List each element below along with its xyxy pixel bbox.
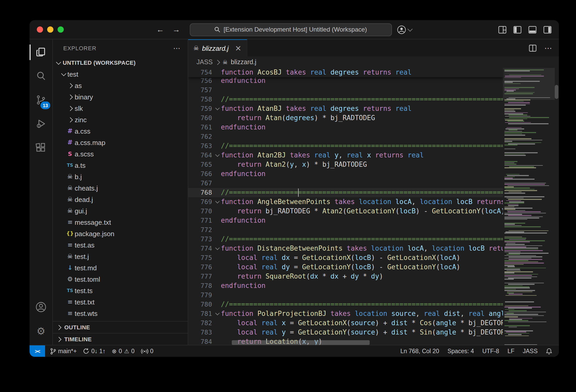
breadcrumb-folder[interactable]: JASS <box>196 59 213 66</box>
tree-item-a.ts[interactable]: TSa.ts <box>53 159 188 171</box>
tree-item-test.wts[interactable]: ≡test.wts <box>53 308 188 319</box>
code-line-781[interactable]: 781function PolarProjectionBJ takes loca… <box>188 309 503 318</box>
code-line-773[interactable]: 773//===================================… <box>188 235 503 244</box>
code-line-758[interactable]: 758//===================================… <box>188 95 503 104</box>
code-line-760[interactable]: 760 return Atan(degrees) * bj_RADTODEG <box>188 113 503 123</box>
remote-indicator[interactable]: >< <box>30 345 45 357</box>
timeline-section-header[interactable]: TIMELINE <box>53 333 188 345</box>
source-control-activity-button[interactable]: 13 <box>30 88 52 112</box>
tree-item-a.css[interactable]: #a.css <box>53 125 188 137</box>
workspace-section-header[interactable]: UNTITLED (WORKSPACE) <box>53 57 188 68</box>
sync-status[interactable]: 0↓ 1↑ <box>80 348 108 354</box>
eol-sequence[interactable]: LF <box>505 348 517 354</box>
minimap-slider[interactable] <box>503 68 555 100</box>
tree-item-binary[interactable]: binary <box>53 91 188 103</box>
tree-item-b.j[interactable]: ☠b.j <box>53 171 188 182</box>
explorer-activity-button[interactable] <box>30 40 52 64</box>
tree-item-test.txt[interactable]: ≡test.txt <box>53 296 188 308</box>
code-line-775[interactable]: 775 local real dx = GetLocationX(locB) -… <box>188 253 503 263</box>
tree-item-test.j[interactable]: ☠test.j <box>53 251 188 262</box>
code-line-779[interactable]: 779 <box>188 291 503 300</box>
code-line-767[interactable]: 767 <box>188 179 503 188</box>
code-line-761[interactable]: 761endfunction <box>188 123 503 132</box>
command-center[interactable]: [Extension Development Host] Untitled (W… <box>189 23 392 36</box>
run-debug-activity-button[interactable] <box>30 112 52 136</box>
code-line-757[interactable]: 757 <box>188 85 503 95</box>
toggle-secondary-sidebar-icon[interactable] <box>543 26 552 33</box>
code-line-756[interactable]: 756endfunction <box>188 76 503 85</box>
branch-status[interactable]: main*+ <box>47 348 79 354</box>
code-line-764[interactable]: 764function Atan2BJ takes real y, real x… <box>188 151 503 160</box>
code-line-771[interactable]: 771endfunction <box>188 216 503 225</box>
toggle-panel-icon[interactable] <box>528 26 537 33</box>
code-line-780[interactable]: 780//===================================… <box>188 300 503 309</box>
tree-item-slk[interactable]: slk <box>53 103 188 114</box>
notifications-button[interactable] <box>543 348 555 354</box>
tree-item-package.json[interactable]: {}package.json <box>53 228 188 239</box>
tree-item-dead.j[interactable]: ☠dead.j <box>53 194 188 205</box>
tree-item-test[interactable]: test <box>53 68 188 80</box>
split-editor-icon[interactable] <box>529 44 537 52</box>
breadcrumb[interactable]: JASS ☠ blizzard.j <box>188 56 559 68</box>
code-line-765[interactable]: 765 return Atan2(y, x) * bj_RADTODEG <box>188 160 503 169</box>
code-line-766[interactable]: 766endfunction <box>188 169 503 179</box>
tree-item-zinc[interactable]: zinc <box>53 114 188 125</box>
zoom-window-button[interactable] <box>58 26 64 33</box>
tab-blizzard-j[interactable]: ☠ blizzard.j × <box>188 39 247 56</box>
code-line-776[interactable]: 776 local real dy = GetLocationY(locB) -… <box>188 263 503 272</box>
back-icon[interactable]: ← <box>152 20 168 39</box>
tree-item-as[interactable]: as <box>53 80 188 91</box>
tree-item-cheats.j[interactable]: ☠cheats.j <box>53 182 188 194</box>
code-line-762[interactable]: 762 <box>188 132 503 141</box>
code-line-782[interactable]: 782 local real x = GetLocationX(source) … <box>188 318 503 328</box>
close-window-button[interactable] <box>37 26 43 33</box>
settings-button[interactable]: ⚙ <box>30 319 52 343</box>
vertical-scrollbar[interactable] <box>555 85 558 99</box>
code-line-770[interactable]: 770 return bj_RADTODEG * Atan2(GetLocati… <box>188 207 503 216</box>
code-editor[interactable]: 755 return Acos(degrees) * bj_RADTODEG75… <box>188 68 559 345</box>
more-actions-icon[interactable]: ⋯ <box>544 43 553 53</box>
sticky-scroll-line[interactable]: 754function AcosBJ takes real degrees re… <box>188 68 503 77</box>
forward-icon[interactable]: → <box>168 20 184 39</box>
indentation[interactable]: Spaces: 4 <box>445 348 476 354</box>
fold-chevron-icon[interactable] <box>215 106 219 110</box>
code-line-774[interactable]: 774function DistanceBetweenPoints takes … <box>188 244 503 253</box>
toggle-primary-sidebar-icon[interactable] <box>513 26 522 33</box>
fold-chevron-icon[interactable] <box>215 311 219 315</box>
minimize-window-button[interactable] <box>47 26 53 33</box>
outline-section-header[interactable]: OUTLINE <box>53 321 188 333</box>
explorer-more-actions-icon[interactable]: ⋯ <box>173 44 180 52</box>
code-line-768[interactable]: 768//===================================… <box>188 188 503 197</box>
tree-item-test.md[interactable]: ↓test.md <box>53 262 188 273</box>
fold-chevron-icon[interactable] <box>215 199 219 204</box>
code-line-759[interactable]: 759function AtanBJ takes real degrees re… <box>188 104 503 113</box>
ports-status[interactable]: 0 <box>138 348 156 354</box>
close-tab-icon[interactable]: × <box>232 43 241 53</box>
problems-status[interactable]: ⊗ 0 ⚠ 0 <box>109 348 137 354</box>
breadcrumb-file[interactable]: blizzard.j <box>231 59 256 66</box>
tree-item-message.txt[interactable]: ≡message.txt <box>53 216 188 228</box>
accounts-button[interactable] <box>30 295 52 319</box>
horizontal-scrollbar[interactable] <box>232 340 370 345</box>
language-mode[interactable]: JASS <box>520 348 540 354</box>
code-line-763[interactable]: 763//===================================… <box>188 141 503 151</box>
profile-button[interactable] <box>397 25 411 34</box>
customize-layout-icon[interactable] <box>498 26 507 33</box>
code-line-778[interactable]: 778endfunction <box>188 281 503 291</box>
code-line-772[interactable]: 772 <box>188 225 503 235</box>
search-activity-button[interactable] <box>30 64 52 88</box>
fold-chevron-icon[interactable] <box>215 246 219 250</box>
fold-chevron-icon[interactable] <box>215 153 219 157</box>
extensions-activity-button[interactable] <box>30 136 52 159</box>
tree-item-test.as[interactable]: ≡test.as <box>53 239 188 251</box>
tree-item-a.scss[interactable]: Sa.scss <box>53 148 188 159</box>
code-line-783[interactable]: 783 local real y = GetLocationY(source) … <box>188 328 503 337</box>
cursor-position[interactable]: Ln 768, Col 20 <box>398 348 442 354</box>
minimap[interactable] <box>503 68 555 345</box>
tree-item-gui.j[interactable]: ☠gui.j <box>53 205 188 216</box>
tree-item-test.ts[interactable]: TStest.ts <box>53 285 188 296</box>
code-line-769[interactable]: 769function AngleBetweenPoints takes loc… <box>188 197 503 207</box>
tree-item-test.toml[interactable]: ⚙test.toml <box>53 273 188 285</box>
tree-item-a.css.map[interactable]: #a.css.map <box>53 137 188 148</box>
code-line-777[interactable]: 777 return SquareRoot(dx * dx + dy * dy) <box>188 272 503 281</box>
